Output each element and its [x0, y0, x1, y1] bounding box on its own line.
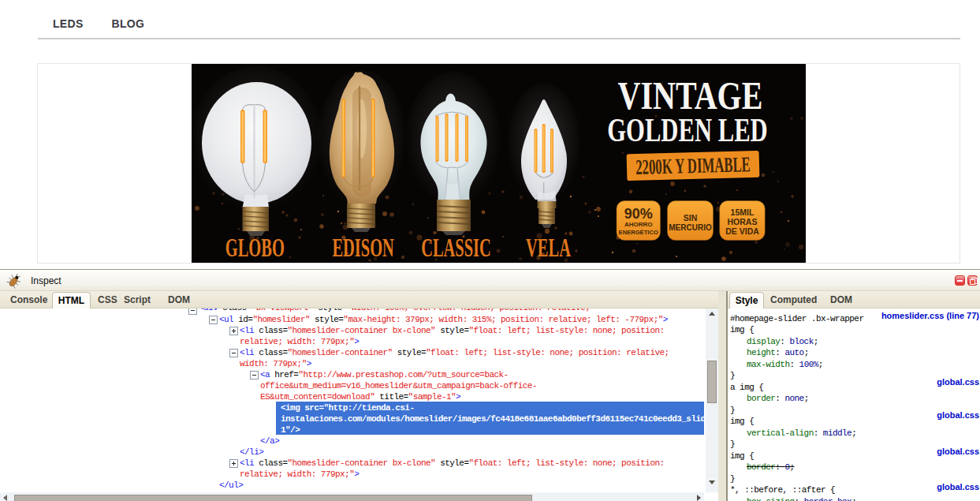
svg-text:HORAS: HORAS: [728, 217, 758, 226]
svg-text:AHORRO: AHORRO: [624, 221, 653, 228]
svg-text:GLOBO: GLOBO: [225, 234, 285, 262]
svg-text:ENERGÉTICO: ENERGÉTICO: [619, 229, 658, 236]
svg-text:DE VIDA: DE VIDA: [725, 226, 759, 236]
svg-text:MERCURIO: MERCURIO: [669, 223, 712, 232]
svg-text:GOLDEN LED: GOLDEN LED: [607, 111, 767, 148]
svg-text:2200K Y DIMABLE: 2200K Y DIMABLE: [635, 152, 751, 179]
svg-text:VINTAGE: VINTAGE: [618, 73, 763, 118]
svg-text:EDISON: EDISON: [332, 234, 394, 262]
svg-text:VELA: VELA: [526, 234, 571, 262]
svg-text:90%: 90%: [624, 206, 653, 222]
svg-text:CLASSIC: CLASSIC: [421, 234, 491, 262]
svg-text:SIN: SIN: [684, 213, 698, 222]
svg-text:15MIL: 15MIL: [731, 208, 755, 217]
